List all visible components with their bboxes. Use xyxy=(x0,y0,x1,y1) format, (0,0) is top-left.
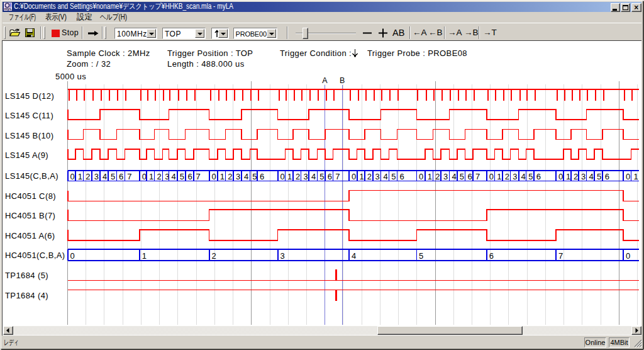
svg-text:TP1684 (5): TP1684 (5) xyxy=(5,271,48,280)
svg-text:6: 6 xyxy=(260,172,264,181)
svg-text:HC4051 A(6): HC4051 A(6) xyxy=(5,231,55,240)
svg-text:7: 7 xyxy=(127,172,131,181)
svg-text:6: 6 xyxy=(188,172,192,181)
svg-text:2: 2 xyxy=(505,172,509,181)
svg-text:LS145 B(10): LS145 B(10) xyxy=(5,131,53,140)
svg-text:LS145 D(12): LS145 D(12) xyxy=(5,91,54,101)
svg-text:2: 2 xyxy=(228,172,232,181)
svg-text:6: 6 xyxy=(536,172,541,181)
svg-text:7: 7 xyxy=(335,172,340,181)
svg-text:3: 3 xyxy=(236,172,240,181)
svg-text:3: 3 xyxy=(513,172,517,181)
svg-text:3: 3 xyxy=(375,172,380,181)
svg-text:1: 1 xyxy=(566,172,570,181)
svg-text:1: 1 xyxy=(428,172,432,181)
svg-text:Length : 488.000 us: Length : 488.000 us xyxy=(167,59,245,69)
svg-text:0: 0 xyxy=(70,172,75,181)
svg-text:1: 1 xyxy=(220,172,225,181)
svg-text:0: 0 xyxy=(489,172,494,181)
svg-text:6: 6 xyxy=(467,172,472,181)
svg-text:0: 0 xyxy=(142,172,147,181)
svg-text:6: 6 xyxy=(328,172,332,181)
svg-text:LS145 C(11): LS145 C(11) xyxy=(5,111,53,120)
svg-text:4: 4 xyxy=(383,172,387,181)
svg-text:2: 2 xyxy=(296,172,300,181)
svg-text:2: 2 xyxy=(367,172,372,181)
svg-text:2: 2 xyxy=(574,172,578,181)
svg-text:Trigger Probe : PROBE08: Trigger Probe : PROBE08 xyxy=(367,48,467,58)
svg-text:3: 3 xyxy=(581,172,586,181)
svg-text:0: 0 xyxy=(212,172,216,181)
svg-text:HC4051(C,B,A): HC4051(C,B,A) xyxy=(5,251,65,260)
svg-text:3: 3 xyxy=(303,172,308,181)
svg-text:5: 5 xyxy=(180,172,184,181)
svg-text:2: 2 xyxy=(86,172,90,181)
svg-text:Sample Clock : 2MHz: Sample Clock : 2MHz xyxy=(67,48,150,58)
svg-text:0: 0 xyxy=(419,172,423,181)
svg-text:0: 0 xyxy=(626,251,630,261)
svg-text:レディ: レディ xyxy=(4,338,19,347)
svg-text:7: 7 xyxy=(558,251,563,261)
svg-text:TP1684 (4): TP1684 (4) xyxy=(5,291,48,300)
svg-text:5: 5 xyxy=(252,172,257,181)
svg-text:3: 3 xyxy=(443,172,448,181)
svg-text:4: 4 xyxy=(452,172,456,181)
svg-text:2: 2 xyxy=(212,251,216,261)
svg-text:1: 1 xyxy=(287,172,292,181)
svg-text:7: 7 xyxy=(196,172,201,181)
svg-text:0: 0 xyxy=(70,251,75,261)
svg-text:1: 1 xyxy=(497,172,501,181)
svg-text:1: 1 xyxy=(142,251,147,261)
svg-text:2: 2 xyxy=(435,172,440,181)
svg-text:6: 6 xyxy=(489,251,494,261)
svg-text:1: 1 xyxy=(78,172,82,181)
svg-text:LS145 A(9): LS145 A(9) xyxy=(5,150,48,160)
svg-text:3: 3 xyxy=(94,172,99,181)
svg-text:6: 6 xyxy=(605,172,609,181)
svg-text:5: 5 xyxy=(111,172,115,181)
svg-text:Trigger Position : TOP: Trigger Position : TOP xyxy=(167,48,253,58)
svg-text:6: 6 xyxy=(399,172,404,181)
svg-text:5: 5 xyxy=(419,251,423,261)
svg-text:5: 5 xyxy=(319,172,324,181)
svg-text:LS145(C,B,A): LS145(C,B,A) xyxy=(5,171,58,181)
svg-text:5000 us: 5000 us xyxy=(55,72,86,81)
svg-text:4: 4 xyxy=(311,172,316,181)
svg-text:5: 5 xyxy=(391,172,396,181)
svg-text:5: 5 xyxy=(597,172,601,181)
svg-text:4: 4 xyxy=(589,172,593,181)
svg-text:HC4051 B(7): HC4051 B(7) xyxy=(5,211,55,220)
svg-text:0: 0 xyxy=(280,172,285,181)
svg-text:0: 0 xyxy=(352,172,356,181)
svg-text:4: 4 xyxy=(352,251,356,261)
svg-text:6: 6 xyxy=(119,172,123,181)
svg-text:HC4051 C(8): HC4051 C(8) xyxy=(5,191,56,201)
svg-text:1: 1 xyxy=(360,172,364,181)
svg-text:7: 7 xyxy=(475,172,480,181)
svg-text:4: 4 xyxy=(244,172,248,181)
svg-text:4: 4 xyxy=(521,172,526,181)
svg-text:5: 5 xyxy=(528,172,533,181)
svg-text:4: 4 xyxy=(171,172,175,181)
svg-text:Zoom : / 32: Zoom : / 32 xyxy=(67,59,111,69)
svg-text:A: A xyxy=(322,76,328,85)
svg-text:1: 1 xyxy=(149,172,153,181)
svg-text:0: 0 xyxy=(558,172,563,181)
svg-text:5: 5 xyxy=(460,172,464,181)
svg-text:1: 1 xyxy=(633,172,638,181)
svg-text:B: B xyxy=(340,76,345,85)
svg-text:3: 3 xyxy=(280,251,285,261)
svg-text:2: 2 xyxy=(157,172,161,181)
svg-text:Trigger Condition :: Trigger Condition : xyxy=(280,48,352,58)
svg-text:0: 0 xyxy=(626,172,630,181)
svg-text:4: 4 xyxy=(103,172,107,181)
